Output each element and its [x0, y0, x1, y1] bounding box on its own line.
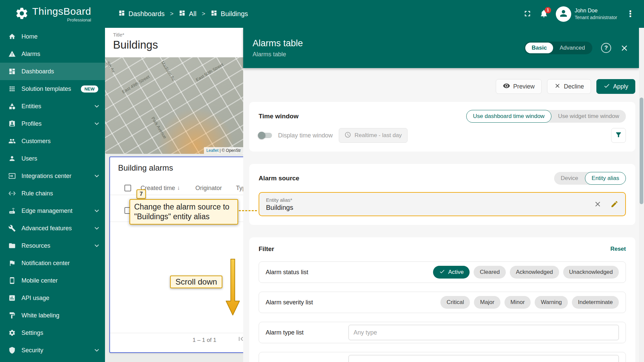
pencil-icon — [610, 200, 619, 208]
entity-alias-option[interactable]: Entity alias — [585, 172, 626, 185]
sidebar-item-label: Solution templates — [21, 85, 71, 93]
apply-button[interactable]: Apply — [596, 79, 635, 94]
notifications-button[interactable]: 1 — [539, 9, 548, 19]
kebab-menu-icon[interactable]: ⋮ — [625, 9, 636, 19]
breadcrumb-dashboards[interactable]: Dashboards — [118, 10, 165, 18]
alarm-severity-label: Alarm severity list — [266, 299, 313, 306]
sidebar-item-users[interactable]: Users — [0, 150, 105, 167]
alarm-source-toggle: Device Entity alias — [554, 172, 626, 185]
sidebar-item-dashboards[interactable]: Dashboards — [0, 63, 105, 80]
warning-icon — [8, 50, 16, 58]
preview-button[interactable]: Preview — [496, 79, 542, 94]
sidebar-item-customers[interactable]: Customers — [0, 132, 105, 150]
chevron-down-icon — [95, 243, 99, 247]
select-all-checkbox[interactable] — [124, 185, 131, 191]
sidebar-item-resources[interactable]: Resources — [0, 237, 105, 254]
sidebar-item-profiles[interactable]: Profiles — [0, 115, 105, 132]
eye-icon — [503, 82, 510, 91]
map-widget[interactable]: Madison Av East 50th Street East 49th St… — [105, 57, 243, 154]
breadcrumb-all[interactable]: All — [179, 10, 196, 18]
sidebar-item-api-usage[interactable]: API usage — [0, 289, 105, 307]
alarm-source-card: Alarm source Device Entity alias Entity … — [249, 164, 635, 225]
badge-icon — [8, 120, 16, 127]
scrollbar-thumb[interactable] — [640, 98, 643, 204]
column-created-time[interactable]: Created time ↓ — [141, 185, 180, 192]
input-icon — [8, 172, 16, 180]
sidebar-item-settings[interactable]: Settings — [0, 324, 105, 342]
status-chip-acknowledged[interactable]: Acknowledged — [510, 266, 559, 279]
thingsboard-logo[interactable]: ThingsBoard Professional — [15, 6, 91, 22]
sidebar-item-label: Edge management — [21, 207, 72, 215]
notification-badge: 1 — [545, 7, 551, 13]
time-window-card: Time window Use dashboard time window Us… — [249, 102, 635, 152]
severity-chip-minor[interactable]: Minor — [504, 296, 531, 309]
close-icon — [594, 200, 602, 208]
decline-button[interactable]: Decline — [547, 79, 591, 94]
new-badge: NEW — [81, 85, 98, 93]
sidebar-item-alarms[interactable]: Alarms — [0, 45, 105, 63]
status-chip-active[interactable]: Active — [433, 266, 470, 279]
close-icon — [620, 44, 629, 53]
reset-button[interactable]: Reset — [610, 246, 626, 252]
severity-chip-critical[interactable]: Critical — [440, 296, 470, 309]
sidebar-item-label: Settings — [21, 329, 43, 337]
fullscreen-button[interactable] — [523, 9, 532, 19]
severity-chip-warning[interactable]: Warning — [535, 296, 568, 309]
status-chip-unacknowledged[interactable]: Unacknowledged — [563, 266, 619, 279]
breadcrumb-buildings[interactable]: Buildings — [211, 10, 248, 18]
sidebar-item-white-labeling[interactable]: White labeling — [0, 307, 105, 324]
close-button[interactable] — [620, 44, 629, 53]
clear-entity-alias-button[interactable] — [594, 200, 602, 208]
column-originator[interactable]: Originator — [196, 185, 222, 192]
sidebar-item-advanced-features[interactable]: Advanced features — [0, 220, 105, 237]
config-panel-header: Alarms table Alarms table Basic Advanced… — [243, 28, 639, 68]
severity-chip-indeterminate[interactable]: Indeterminate — [572, 296, 619, 309]
close-icon — [554, 82, 561, 91]
sidebar-item-entities[interactable]: Entities — [0, 98, 105, 115]
dashboard-title-input[interactable]: Buildings — [113, 39, 243, 51]
severity-chip-major[interactable]: Major — [474, 296, 500, 309]
device-option[interactable]: Device — [554, 172, 585, 185]
filter-card: Filter Reset Alarm status list Active Cl… — [249, 237, 635, 362]
chevron-down-icon — [95, 173, 99, 177]
help-button[interactable]: ? — [601, 43, 611, 53]
entity-alias-field[interactable]: Entity alias* Buildings — [259, 192, 626, 216]
sidebar-item-security[interactable]: Security — [0, 342, 105, 359]
widget-config-panel: Alarms table Alarms table Basic Advanced… — [243, 28, 644, 362]
sidebar-item-integrations-center[interactable]: Integrations center — [0, 167, 105, 185]
row-checkbox[interactable] — [124, 207, 131, 214]
breadcrumb: Dashboards > All > Buildings — [118, 0, 248, 28]
sidebar-item-edge-management[interactable]: Edge management — [0, 202, 105, 220]
basic-mode-button[interactable]: Basic — [525, 43, 553, 53]
sidebar-item-home[interactable]: Home — [0, 28, 105, 45]
sidebar-item-rule-chains[interactable]: Rule chains — [0, 185, 105, 202]
sidebar-item-label: Home — [21, 33, 38, 40]
realtime-time-window-button[interactable]: Realtime - last day — [339, 128, 408, 143]
sidebar-item-label: Customers — [21, 138, 51, 145]
timewindow-filter-button[interactable] — [611, 128, 626, 143]
chevron-down-icon — [95, 208, 99, 212]
sidebar-item-solution-templates[interactable]: Solution templates NEW — [0, 80, 105, 98]
shield-icon — [8, 347, 16, 354]
filter-partial-input[interactable] — [348, 355, 619, 362]
sidebar-item-label: Security — [21, 347, 43, 354]
alarm-type-input[interactable] — [348, 325, 619, 340]
use-dashboard-time-window-option[interactable]: Use dashboard time window — [466, 110, 551, 123]
widget-title: Building alarms — [118, 163, 173, 173]
chevron-down-icon — [95, 347, 99, 352]
display-time-window-toggle[interactable] — [259, 133, 272, 138]
use-widget-time-window-option[interactable]: Use widget time window — [551, 110, 626, 123]
scrollbar-track[interactable] — [639, 28, 644, 362]
leaflet-link[interactable]: Leaflet — [206, 148, 218, 153]
sidebar-item-notification-center[interactable]: Notification center — [0, 254, 105, 272]
panel-title: Alarms table — [253, 38, 303, 49]
status-chip-cleared[interactable]: Cleared — [474, 266, 506, 279]
edit-entity-alias-button[interactable] — [610, 200, 619, 208]
realtime-label: Realtime - last day — [355, 132, 402, 139]
avatar[interactable] — [556, 6, 571, 22]
advanced-mode-button[interactable]: Advanced — [553, 43, 591, 53]
toggle-knob — [258, 132, 265, 139]
alarm-source-heading: Alarm source — [259, 175, 299, 182]
person-icon — [8, 155, 16, 162]
sidebar-item-mobile-center[interactable]: Mobile center — [0, 272, 105, 289]
